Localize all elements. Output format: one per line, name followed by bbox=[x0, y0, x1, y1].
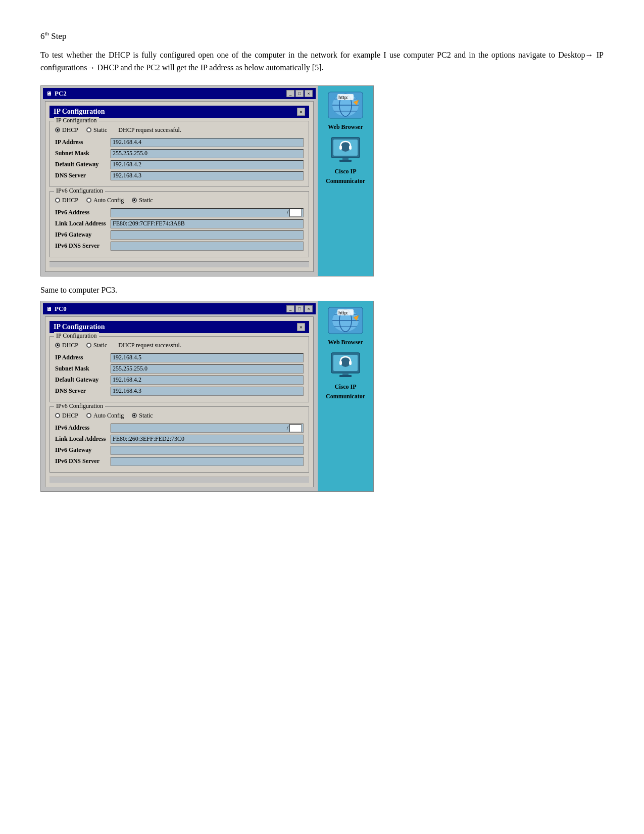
pc2-dns-label: DNS Server bbox=[55, 172, 111, 179]
pc0-ipv6-label: IPv6 Address bbox=[55, 424, 111, 432]
maximize-btn-2[interactable]: □ bbox=[295, 305, 304, 312]
pc2-auto-label: Auto Config bbox=[93, 197, 124, 204]
pc2-dhcp6-circle bbox=[55, 198, 60, 203]
cisco-ip-communicator-icon bbox=[327, 135, 364, 166]
pc0-cisco-icon-container[interactable]: Cisco IP Communicator bbox=[326, 351, 365, 400]
pc0-dns-input[interactable]: 192.168.4.3 bbox=[111, 387, 304, 396]
svg-rect-12 bbox=[349, 146, 352, 150]
paragraph-text: To test whether the DHCP is fully config… bbox=[40, 49, 604, 74]
step-heading: 6th Step bbox=[40, 30, 604, 41]
pc0-web-browser-icon-container[interactable]: http: Web Browser bbox=[327, 306, 364, 346]
pc0-scrollbar[interactable] bbox=[49, 477, 309, 483]
pc2-web-browser-icon-container[interactable]: http: Web Browser bbox=[327, 91, 364, 130]
pc0-gw6-input[interactable] bbox=[111, 446, 304, 455]
pc0-subnet-input[interactable]: 255.255.255.0 bbox=[111, 364, 304, 374]
pc2-ipv6-row: IPv6 Address / bbox=[55, 208, 304, 217]
web-browser-icon-2: http: bbox=[327, 306, 364, 337]
pc2-link-input[interactable]: FE80::209:7CFF:FE74:3A8B bbox=[111, 219, 304, 228]
pc0-window: 🖥 PC0 _ □ × IP Configuration × IP Config… bbox=[40, 301, 374, 492]
pc0-auto-radio[interactable]: Auto Config bbox=[86, 412, 124, 420]
pc2-dns6-label: IPv6 DNS Server bbox=[55, 242, 111, 250]
svg-rect-13 bbox=[342, 158, 349, 160]
pc0-window-area: 🖥 PC0 _ □ × IP Configuration × IP Config… bbox=[41, 301, 318, 491]
pc2-dhcp6-radio[interactable]: DHCP bbox=[55, 197, 78, 204]
pc0-dhcp6-circle bbox=[55, 413, 60, 418]
pc0-link-label: Link Local Address bbox=[55, 435, 111, 443]
pc2-fieldset2-legend: IPv6 Configuration bbox=[54, 187, 105, 195]
pc2-dns-row: DNS Server 192.168.4.3 bbox=[55, 171, 304, 180]
pc2-cisco-icon-container[interactable]: Cisco IP Communicator bbox=[326, 135, 365, 184]
pc2-static6-radio[interactable]: Static bbox=[132, 197, 153, 204]
web-browser-icon: http: bbox=[327, 91, 364, 121]
cisco-label-2-2: Communicator bbox=[326, 393, 365, 400]
pc0-gw6-row: IPv6 Gateway bbox=[55, 446, 304, 455]
pc0-dns-row: DNS Server 192.168.4.3 bbox=[55, 387, 304, 396]
pc0-ip-radio-row: DHCP Static DHCP request successful. bbox=[55, 342, 304, 349]
pc0-window-title: PC0 bbox=[55, 305, 283, 313]
pc2-dialog-close[interactable]: × bbox=[297, 108, 305, 116]
pc2-subnet-input[interactable]: 255.255.255.0 bbox=[111, 149, 304, 158]
pc2-ip-label: IP Address bbox=[55, 138, 111, 146]
pc2-static-radio[interactable]: Static bbox=[86, 126, 107, 134]
pc0-sidebar: http: Web Browser Cisco IP bbox=[318, 301, 373, 491]
svg-rect-26 bbox=[339, 361, 342, 365]
pc2-ipv6-radio-row: DHCP Auto Config Static bbox=[55, 197, 304, 204]
pc0-ipv6-input[interactable]: / bbox=[111, 424, 304, 433]
pc2-dhcp-label: DHCP bbox=[62, 126, 78, 134]
pc2-dns6-row: IPv6 DNS Server bbox=[55, 242, 304, 251]
pc2-dhcp-radio[interactable]: DHCP bbox=[55, 126, 78, 134]
pc0-ip-row: IP Address 192.168.4.5 bbox=[55, 353, 304, 362]
pc0-dhcp-label: DHCP bbox=[62, 342, 78, 349]
pc0-dhcp-radio[interactable]: DHCP bbox=[55, 342, 78, 349]
pc0-ipv6-config-fieldset: IPv6 Configuration DHCP Auto Config Stat… bbox=[49, 406, 309, 473]
close-btn-2[interactable]: × bbox=[305, 305, 313, 312]
minimize-btn-2[interactable]: _ bbox=[286, 305, 294, 312]
pc0-fieldset2-legend: IPv6 Configuration bbox=[54, 402, 105, 410]
pc0-dhcp6-radio[interactable]: DHCP bbox=[55, 412, 78, 420]
pc0-static6-radio[interactable]: Static bbox=[132, 412, 153, 420]
cisco-label-1: Cisco IP bbox=[335, 168, 357, 175]
pc2-dns-input[interactable]: 192.168.4.3 bbox=[111, 171, 304, 180]
step-label: Step bbox=[51, 31, 66, 41]
pc2-sidebar: http: Web Browser bbox=[318, 86, 373, 276]
pc2-dhcp-circle bbox=[55, 127, 60, 132]
pc2-auto-radio[interactable]: Auto Config bbox=[86, 197, 124, 204]
pc2-link-row: Link Local Address FE80::209:7CFF:FE74:3… bbox=[55, 219, 304, 228]
pc0-dialog-close[interactable]: × bbox=[297, 323, 305, 331]
pc2-gw6-label: IPv6 Gateway bbox=[55, 231, 111, 239]
pc2-ipv6-input[interactable]: / bbox=[111, 208, 304, 217]
pc2-ip-input[interactable]: 192.168.4.4 bbox=[111, 138, 304, 147]
pc0-auto-label: Auto Config bbox=[93, 412, 124, 420]
pc0-dns-label: DNS Server bbox=[55, 387, 111, 395]
pc0-icon: 🖥 bbox=[46, 306, 52, 312]
pc0-dialog-titlebar: IP Configuration × bbox=[49, 321, 309, 333]
pc2-dns6-input[interactable] bbox=[111, 242, 304, 251]
pc0-auto-circle bbox=[86, 413, 91, 418]
pc2-scrollbar[interactable] bbox=[49, 261, 309, 267]
pc2-dialog: IP Configuration × IP Configuration DHCP… bbox=[45, 101, 314, 272]
minimize-btn-1[interactable]: _ bbox=[286, 90, 294, 97]
pc2-gw6-input[interactable] bbox=[111, 230, 304, 240]
pc2-icon: 🖥 bbox=[46, 90, 52, 97]
svg-rect-14 bbox=[339, 160, 352, 162]
pc0-dns6-row: IPv6 DNS Server bbox=[55, 457, 304, 466]
pc0-link-input[interactable]: FE80::260:3EFF:FED2:73C0 bbox=[111, 435, 304, 444]
svg-text:http:: http: bbox=[338, 310, 349, 315]
pc0-dialog: IP Configuration × IP Configuration DHCP… bbox=[45, 316, 314, 487]
pc0-static-radio[interactable]: Static bbox=[86, 342, 107, 349]
pc0-ip-input[interactable]: 192.168.4.5 bbox=[111, 353, 304, 362]
pc0-dhcp-circle bbox=[55, 343, 60, 348]
pc2-gw6-row: IPv6 Gateway bbox=[55, 230, 304, 240]
pc2-subnet-row: Subnet Mask 255.255.255.0 bbox=[55, 149, 304, 158]
pc0-dns6-input[interactable] bbox=[111, 457, 304, 466]
web-browser-label: Web Browser bbox=[328, 123, 363, 130]
close-btn-1[interactable]: × bbox=[305, 90, 313, 97]
pc0-gateway-input[interactable]: 192.168.4.2 bbox=[111, 376, 304, 385]
pc0-gateway-row: Default Gateway 192.168.4.2 bbox=[55, 376, 304, 385]
pc0-static-circle bbox=[86, 343, 91, 348]
web-browser-label-2: Web Browser bbox=[328, 339, 363, 346]
pc2-ip-config-fieldset: IP Configuration DHCP Static DHCP reques… bbox=[49, 121, 309, 187]
pc2-subnet-label: Subnet Mask bbox=[55, 150, 111, 157]
pc2-gateway-input[interactable]: 192.168.4.2 bbox=[111, 160, 304, 169]
maximize-btn-1[interactable]: □ bbox=[295, 90, 304, 97]
